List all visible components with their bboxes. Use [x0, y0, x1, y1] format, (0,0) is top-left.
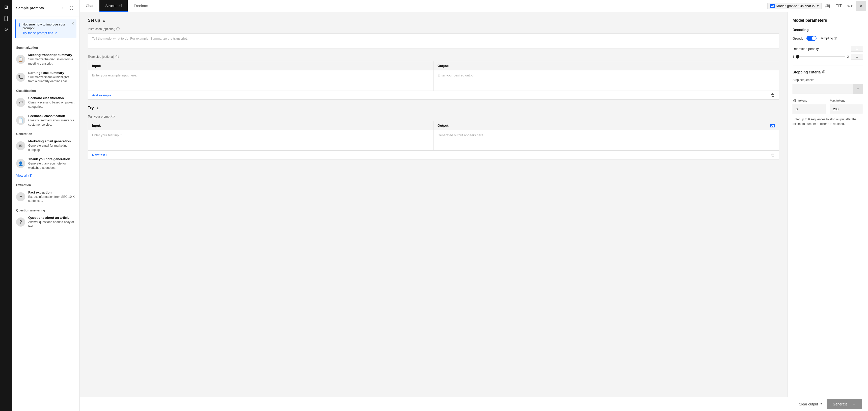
info-icon: ℹ	[19, 23, 21, 28]
content-area: Set up ▲ Instruction (optional) ⓘ Tell t…	[80, 12, 868, 397]
meeting-icon: 📋	[16, 55, 25, 64]
examples-input-placeholder: Enter your example input here.	[92, 73, 137, 77]
try-section-header: Try ▲	[88, 106, 779, 110]
bracket-icon: [·]	[4, 15, 8, 21]
list-item[interactable]: ? Questions about an article Answer ques…	[12, 213, 80, 231]
view-all-generation[interactable]: View all (3)	[12, 172, 80, 180]
try-input-header: Input:	[88, 121, 434, 130]
try-output-header: Output: AI	[434, 121, 779, 130]
try-chevron-icon[interactable]: ▲	[96, 106, 99, 110]
close-banner-btn[interactable]: ✕	[71, 22, 74, 26]
feedback-text: Feedback classification Classify feedbac…	[28, 114, 75, 127]
feedback-icon: 📄	[16, 116, 25, 125]
topbar-tabs: Chat Structured Freeform	[80, 0, 154, 12]
sampling-label: Sampling ⓘ	[819, 36, 837, 41]
list-item[interactable]: 📞 Earnings call summary Summarize financ…	[12, 68, 80, 86]
meeting-title: Meeting transcript summary	[28, 53, 75, 57]
history-icon: ⊙	[4, 27, 8, 32]
section-generation: Generation	[12, 129, 80, 137]
try-table: Input: Output: AI Enter your test input.…	[88, 121, 779, 159]
repetition-penalty-label: Repetition penalty	[793, 47, 819, 51]
repetition-penalty-max-input[interactable]	[851, 54, 863, 60]
stopping-criteria-section: Stopping criteria ⓘ Stop sequences + Min…	[793, 70, 863, 126]
bottom-bar: Clear output ↺ Generate →	[80, 397, 868, 411]
examples-output-placeholder: Enter your desired output.	[437, 73, 475, 77]
greedy-sampling-toggle[interactable]	[806, 36, 816, 41]
list-item[interactable]: 🏷 Scenario classification Classify scena…	[12, 94, 80, 112]
stop-sequences-input[interactable]	[793, 84, 853, 94]
prompt-tip-banner: ℹ Not sure how to improve your prompt? T…	[15, 20, 76, 38]
tokens-row: Min tokens Max tokens	[793, 99, 863, 114]
tab-chat[interactable]: Chat	[80, 0, 99, 12]
fact-icon: ✦	[16, 192, 25, 201]
prompt-tip-link[interactable]: Try these prompt tips ↗	[23, 31, 73, 35]
earnings-text: Earnings call summary Summarize financia…	[28, 71, 75, 84]
try-table-header: Input: Output: AI	[88, 121, 779, 130]
tab-structured[interactable]: Structured	[99, 0, 128, 12]
sidebar-title: Sample prompts	[16, 6, 44, 10]
earnings-icon: 📞	[16, 73, 25, 82]
examples-table-header: Input: Output:	[88, 61, 779, 70]
back-btn[interactable]: ‹	[58, 4, 66, 12]
delete-example-icon[interactable]: 🗑	[771, 93, 775, 97]
section-qa: Question answering	[12, 205, 80, 213]
examples-input-cell[interactable]: Enter your example input here.	[88, 70, 434, 91]
repetition-penalty-input[interactable]	[851, 46, 863, 52]
list-item[interactable]: ✦ Fact extraction Extract information fr…	[12, 188, 80, 206]
examples-section: Examples (optional) ⓘ Input: Output: Ent…	[88, 55, 779, 100]
bracket-icon-btn[interactable]: [·]	[1, 13, 11, 23]
topbar: Chat Structured Freeform AI Model: grani…	[80, 0, 868, 12]
close-panel-btn[interactable]: ✕	[856, 1, 866, 11]
delete-test-icon[interactable]: 🗑	[771, 153, 775, 157]
examples-table-body: Enter your example input here. Enter you…	[88, 70, 779, 91]
sampling-info-icon: ⓘ	[834, 37, 837, 40]
section-summarization: Summarization	[12, 43, 80, 51]
generate-button[interactable]: Generate →	[827, 399, 862, 409]
list-item[interactable]: 📋 Meeting transcript summary Summarize t…	[12, 51, 80, 68]
chevron-down-icon: ▾	[817, 4, 819, 8]
stop-sequences-add-btn[interactable]: +	[853, 84, 863, 94]
feedback-desc: Classify feedback about insurance custom…	[28, 118, 75, 127]
try-table-footer: New test + 🗑	[88, 150, 779, 159]
list-item[interactable]: 📄 Feedback classification Classify feedb…	[12, 112, 80, 129]
sidebar-header-icons: ‹ ⛶	[58, 4, 75, 12]
feedback-title: Feedback classification	[28, 114, 75, 118]
greedy-label: Greedy	[793, 37, 803, 40]
clear-output-button[interactable]: Clear output ↺	[799, 402, 823, 406]
close-icon: ✕	[860, 3, 863, 8]
grid-icon-btn[interactable]: ⊞	[1, 2, 11, 12]
max-tokens-input[interactable]	[830, 104, 863, 114]
setup-label: Set up	[88, 18, 100, 23]
min-tokens-input[interactable]	[793, 104, 826, 114]
scenario-icon: 🏷	[16, 98, 25, 107]
arrow-right-icon: →	[852, 402, 856, 406]
refresh-icon: ↺	[819, 402, 823, 406]
list-item[interactable]: 👤 Thank you note generation Generate tha…	[12, 155, 80, 172]
slider-thumb[interactable]	[796, 55, 799, 59]
stopping-criteria-label: Stopping criteria ⓘ	[793, 70, 863, 74]
new-test-button[interactable]: New test +	[92, 153, 108, 157]
expand-btn[interactable]: ⛶	[67, 4, 75, 12]
examples-table: Input: Output: Enter your example input …	[88, 61, 779, 100]
examples-input-header: Input:	[88, 61, 434, 70]
prompt-workspace: Set up ▲ Instruction (optional) ⓘ Tell t…	[80, 12, 787, 397]
hash-icon-btn[interactable]: {#}	[823, 1, 833, 11]
history-icon-btn[interactable]: ⊙	[1, 24, 11, 34]
main: Chat Structured Freeform AI Model: grani…	[80, 0, 868, 411]
examples-output-cell[interactable]: Enter your desired output.	[434, 70, 779, 91]
text-icon: TïT	[836, 4, 842, 8]
list-item[interactable]: ✉ Marketing email generation Generate em…	[12, 137, 80, 155]
code-icon-btn[interactable]: </>	[845, 1, 855, 11]
model-selector[interactable]: AI Model: granite-13b-chat-v2 ▾	[767, 3, 822, 9]
meeting-desc: Summarize the discussion from a meeting …	[28, 57, 75, 66]
tab-freeform[interactable]: Freeform	[128, 0, 154, 12]
add-example-button[interactable]: Add example +	[92, 93, 114, 97]
text-icon-btn[interactable]: TïT	[834, 1, 844, 11]
try-output-cell: Generated output appears here.	[434, 130, 779, 150]
instruction-input[interactable]: Tell the model what to do. For example: …	[88, 33, 779, 49]
try-input-cell[interactable]: Enter your test input.	[88, 130, 434, 150]
examples-label: Examples (optional) ⓘ	[88, 55, 779, 59]
slider-track[interactable]	[796, 56, 845, 57]
thankyou-text: Thank you note generation Generate thank…	[28, 157, 75, 170]
setup-chevron-icon[interactable]: ▲	[102, 19, 106, 23]
